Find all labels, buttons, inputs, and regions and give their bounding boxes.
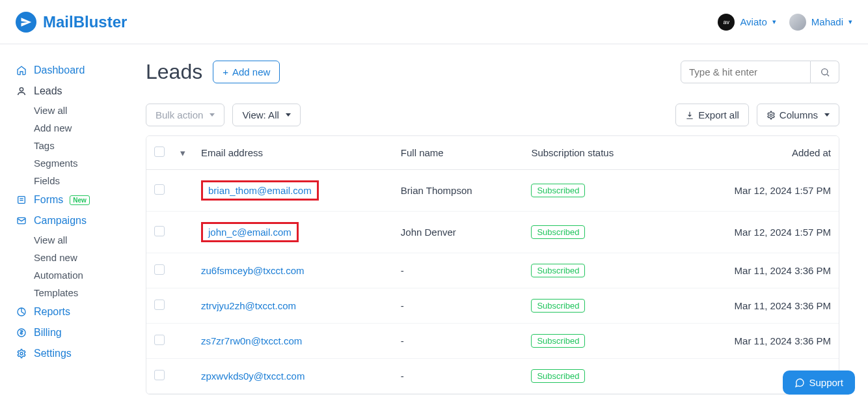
row-checkbox[interactable] bbox=[154, 300, 165, 310]
nav-leads[interactable]: Leads bbox=[16, 81, 130, 102]
button-label: View: All bbox=[242, 109, 278, 120]
row-checkbox[interactable] bbox=[154, 184, 165, 195]
table-row: ztrvjyu2zh@txcct.com - Subscribed Mar 11… bbox=[146, 288, 839, 324]
product-name: MailBluster bbox=[43, 13, 127, 31]
nav-leads-addnew[interactable]: Add new bbox=[34, 119, 130, 137]
sidebar: Dashboard Leads View all Add new Tags Se… bbox=[0, 44, 130, 405]
nav-camp-automation[interactable]: Automation bbox=[34, 266, 130, 284]
cell-status: Subscribed bbox=[523, 288, 670, 324]
cell-email: zpxwvkds0y@txcct.com bbox=[193, 359, 393, 394]
logo[interactable]: MailBluster bbox=[16, 12, 127, 33]
select-all-checkbox[interactable] bbox=[154, 147, 165, 157]
col-name[interactable]: Full name bbox=[393, 136, 524, 170]
plus-icon: + bbox=[223, 66, 228, 77]
export-all-button[interactable]: Export all bbox=[675, 104, 749, 126]
cell-name: - bbox=[393, 253, 524, 288]
support-button[interactable]: Support bbox=[783, 370, 855, 395]
email-link[interactable]: zu6fsmceyb@txcct.com bbox=[201, 265, 305, 276]
brand-avatar: av bbox=[718, 14, 735, 31]
nav-label: Leads bbox=[34, 85, 62, 97]
cell-added: Mar 11, 2024 3:36 PM bbox=[670, 324, 839, 359]
nav-leads-segments[interactable]: Segments bbox=[34, 154, 130, 172]
support-label: Support bbox=[809, 377, 843, 388]
row-checkbox[interactable] bbox=[154, 226, 165, 236]
cell-name: - bbox=[393, 359, 524, 394]
nav-leads-tags[interactable]: Tags bbox=[34, 137, 130, 154]
status-badge: Subscribed bbox=[531, 369, 585, 383]
columns-button[interactable]: Columns bbox=[757, 104, 839, 126]
nav-label: Reports bbox=[34, 306, 70, 318]
email-link[interactable]: zs7zr7rw0n@txcct.com bbox=[201, 335, 302, 346]
nav-camp-templates[interactable]: Templates bbox=[34, 284, 130, 301]
col-email[interactable]: Email address bbox=[193, 136, 393, 170]
nav-leads-fields[interactable]: Fields bbox=[34, 172, 130, 189]
col-added[interactable]: Added at bbox=[670, 136, 839, 170]
nav-label: Billing bbox=[34, 327, 62, 339]
bulk-action-button[interactable]: Bulk action bbox=[146, 104, 224, 126]
table-row: zpxwvkds0y@txcct.com - Subscribed Mar 11… bbox=[146, 359, 839, 394]
cell-email: john_c@email.com bbox=[193, 212, 393, 253]
nav-camp-viewall[interactable]: View all bbox=[34, 231, 130, 249]
col-status[interactable]: Subscription status bbox=[523, 136, 670, 170]
svg-point-10 bbox=[770, 114, 772, 117]
cell-status: Subscribed bbox=[523, 212, 670, 253]
cell-email: zs7zr7rw0n@txcct.com bbox=[193, 324, 393, 359]
table-row: john_c@email.com John Denver Subscribed … bbox=[146, 212, 839, 253]
email-link[interactable]: zpxwvkds0y@txcct.com bbox=[201, 370, 305, 382]
cell-name: - bbox=[393, 324, 524, 359]
table-row: zs7zr7rw0n@txcct.com - Subscribed Mar 11… bbox=[146, 324, 839, 359]
chevron-down-icon: ▾ bbox=[772, 18, 776, 26]
dollar-icon bbox=[16, 328, 27, 338]
user-menu[interactable]: Mahadi ▾ bbox=[789, 14, 852, 31]
add-new-button[interactable]: + Add new bbox=[213, 61, 280, 83]
gear-icon bbox=[766, 111, 776, 120]
status-badge: Subscribed bbox=[531, 334, 585, 348]
cell-name: John Denver bbox=[393, 212, 524, 253]
view-filter-button[interactable]: View: All bbox=[232, 104, 300, 126]
nav-leads-sub: View all Add new Tags Segments Fields bbox=[16, 102, 130, 189]
nav-forms[interactable]: Forms New bbox=[16, 189, 130, 210]
email-link[interactable]: ztrvjyu2zh@txcct.com bbox=[201, 300, 296, 311]
user-name: Mahadi bbox=[811, 16, 843, 27]
nav-dashboard[interactable]: Dashboard bbox=[16, 60, 130, 81]
brand-switcher[interactable]: av Aviato ▾ bbox=[718, 14, 776, 31]
nav-camp-sendnew[interactable]: Send new bbox=[34, 249, 130, 266]
email-link[interactable]: john_c@email.com bbox=[208, 227, 292, 238]
nav-label: Campaigns bbox=[34, 215, 87, 227]
search-input[interactable] bbox=[681, 61, 811, 83]
logo-icon bbox=[16, 12, 36, 33]
download-icon bbox=[685, 111, 694, 120]
cell-name: - bbox=[393, 288, 524, 324]
search-button[interactable] bbox=[811, 61, 839, 83]
nav-campaigns[interactable]: Campaigns bbox=[16, 210, 130, 231]
status-badge: Subscribed bbox=[531, 264, 585, 277]
nav-billing[interactable]: Billing bbox=[16, 322, 130, 343]
home-icon bbox=[16, 65, 27, 76]
nav-label: Settings bbox=[34, 348, 72, 359]
row-checkbox[interactable] bbox=[154, 335, 165, 345]
button-label: Export all bbox=[698, 109, 739, 120]
mail-icon bbox=[16, 216, 27, 226]
svg-line-9 bbox=[827, 74, 829, 76]
nav-label: Dashboard bbox=[34, 64, 85, 76]
nav-reports[interactable]: Reports bbox=[16, 301, 130, 322]
svg-point-8 bbox=[821, 68, 827, 74]
email-link[interactable]: brian_thom@email.com bbox=[208, 185, 312, 196]
cell-status: Subscribed bbox=[523, 324, 670, 359]
svg-point-7 bbox=[20, 352, 23, 355]
button-label: Add new bbox=[232, 66, 270, 77]
nav-settings[interactable]: Settings bbox=[16, 343, 130, 364]
status-badge: Subscribed bbox=[531, 184, 585, 197]
row-checkbox[interactable] bbox=[154, 264, 165, 275]
chevron-down-icon: ▾ bbox=[848, 18, 852, 26]
page-title: Leads bbox=[146, 60, 202, 84]
new-badge: New bbox=[70, 195, 90, 205]
row-checkbox[interactable] bbox=[154, 370, 165, 380]
nav-leads-viewall[interactable]: View all bbox=[34, 102, 130, 119]
cell-added: Mar 11, 2024 3:36 PM bbox=[670, 253, 839, 288]
brand-name: Aviato bbox=[740, 16, 766, 27]
chevron-down-icon[interactable]: ▾ bbox=[180, 147, 185, 158]
svg-point-0 bbox=[20, 88, 23, 91]
cell-email: zu6fsmceyb@txcct.com bbox=[193, 253, 393, 288]
button-label: Bulk action bbox=[156, 109, 203, 120]
